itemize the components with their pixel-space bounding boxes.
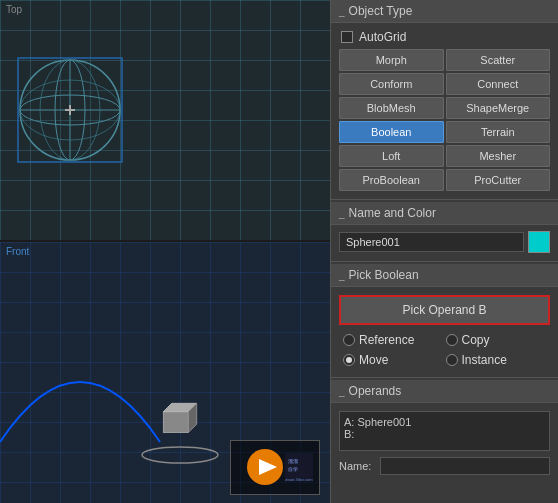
viewport-bottom-label: Front (6, 246, 29, 257)
pick-boolean-title: Pick Boolean (349, 268, 419, 282)
operands-section: A: Sphere001 B: Name: (331, 403, 558, 503)
color-swatch[interactable] (528, 231, 550, 253)
radio-options: Reference Copy Move Instance (335, 329, 554, 371)
right-panel: _ Object Type AutoGrid Morph Scatter Con… (330, 0, 558, 503)
autogrid-label: AutoGrid (359, 30, 406, 44)
platform (140, 445, 220, 465)
collapse-icon-4[interactable]: _ (339, 386, 345, 397)
radio-reference: Reference (343, 331, 444, 349)
operand-a: A: Sphere001 (344, 416, 545, 428)
name-input[interactable] (339, 232, 524, 252)
radio-copy-btn[interactable] (446, 334, 458, 346)
btn-proboolean[interactable]: ProBoolean (339, 169, 444, 191)
object-type-header: _ Object Type (331, 0, 558, 23)
autogrid-row: AutoGrid (335, 27, 554, 47)
radio-instance-label: Instance (462, 353, 507, 367)
operands-title: Operands (349, 384, 402, 398)
svg-point-13 (142, 447, 218, 463)
pick-boolean-section: Pick Operand B Reference Copy Move Insta… (331, 287, 558, 375)
box-3d (155, 395, 205, 445)
divider-2 (331, 261, 558, 262)
btn-boolean[interactable]: Boolean (339, 121, 444, 143)
svg-text:自学: 自学 (288, 466, 298, 472)
object-type-title: Object Type (349, 4, 413, 18)
viewport-top: Top (0, 0, 330, 240)
pick-boolean-header: _ Pick Boolean (331, 264, 558, 287)
watermark: 溜溜 自学 zixue.3dcc.com (230, 440, 320, 495)
radio-move-btn[interactable] (343, 354, 355, 366)
btn-blobmesh[interactable]: BlobMesh (339, 97, 444, 119)
object-type-section: AutoGrid Morph Scatter Conform Connect B… (331, 23, 558, 197)
name-label: Name: (339, 460, 374, 472)
name-color-section (331, 225, 558, 259)
btn-terrain[interactable]: Terrain (446, 121, 551, 143)
viewport-top-label: Top (6, 4, 22, 15)
radio-reference-btn[interactable] (343, 334, 355, 346)
btn-mesher[interactable]: Mesher (446, 145, 551, 167)
radio-copy: Copy (446, 331, 547, 349)
sphere-wireframe (10, 50, 130, 170)
operands-header: _ Operands (331, 380, 558, 403)
radio-instance: Instance (446, 351, 547, 369)
name-color-title: Name and Color (349, 206, 436, 220)
btn-scatter[interactable]: Scatter (446, 49, 551, 71)
radio-reference-label: Reference (359, 333, 414, 347)
name-field[interactable] (380, 457, 550, 475)
name-color-row (335, 229, 554, 255)
operand-b: B: (344, 428, 545, 440)
divider-3 (331, 377, 558, 378)
svg-text:溜溜: 溜溜 (288, 458, 298, 464)
pick-operand-b-button[interactable]: Pick Operand B (339, 295, 550, 325)
autogrid-checkbox[interactable] (341, 31, 353, 43)
radio-move: Move (343, 351, 444, 369)
btn-loft[interactable]: Loft (339, 145, 444, 167)
btn-procutter[interactable]: ProCutter (446, 169, 551, 191)
collapse-icon-3[interactable]: _ (339, 270, 345, 281)
radio-copy-label: Copy (462, 333, 490, 347)
divider-1 (331, 199, 558, 200)
svg-rect-10 (163, 412, 188, 433)
radio-move-label: Move (359, 353, 388, 367)
radio-instance-btn[interactable] (446, 354, 458, 366)
collapse-icon[interactable]: _ (339, 6, 345, 17)
svg-text:zixue.3dcc.com: zixue.3dcc.com (285, 477, 313, 482)
btn-conform[interactable]: Conform (339, 73, 444, 95)
name-color-header: _ Name and Color (331, 202, 558, 225)
btn-morph[interactable]: Morph (339, 49, 444, 71)
operands-list: A: Sphere001 B: (339, 411, 550, 451)
viewport-bottom: Front 溜溜 自学 (0, 242, 330, 503)
name-row: Name: (335, 455, 554, 477)
btn-shapemerge[interactable]: ShapeMerge (446, 97, 551, 119)
object-type-buttons: Morph Scatter Conform Connect BlobMesh S… (335, 47, 554, 193)
viewport: Top Front (0, 0, 330, 503)
collapse-icon-2[interactable]: _ (339, 208, 345, 219)
btn-connect[interactable]: Connect (446, 73, 551, 95)
